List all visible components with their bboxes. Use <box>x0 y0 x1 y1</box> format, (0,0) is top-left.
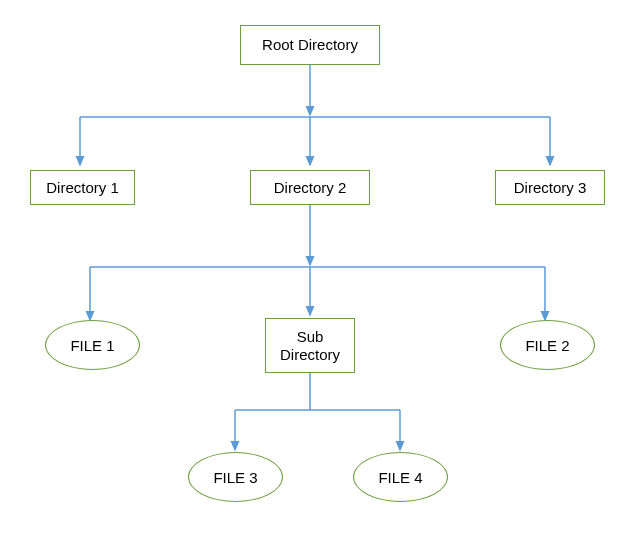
file-3-node: FILE 3 <box>188 452 283 502</box>
file-4-node: FILE 4 <box>353 452 448 502</box>
connector-layer <box>0 0 628 541</box>
directory-3-label: Directory 3 <box>514 179 587 197</box>
sub-directory-box: Sub Directory <box>265 318 355 373</box>
directory-1-label: Directory 1 <box>46 179 119 197</box>
root-directory-label: Root Directory <box>262 36 358 54</box>
file-3-label: FILE 3 <box>213 469 257 486</box>
directory-2-box: Directory 2 <box>250 170 370 205</box>
file-2-node: FILE 2 <box>500 320 595 370</box>
directory-2-label: Directory 2 <box>274 179 347 197</box>
file-2-label: FILE 2 <box>525 337 569 354</box>
file-1-label: FILE 1 <box>70 337 114 354</box>
file-4-label: FILE 4 <box>378 469 422 486</box>
file-1-node: FILE 1 <box>45 320 140 370</box>
root-directory-box: Root Directory <box>240 25 380 65</box>
sub-directory-label: Sub Directory <box>270 328 350 364</box>
directory-1-box: Directory 1 <box>30 170 135 205</box>
directory-3-box: Directory 3 <box>495 170 605 205</box>
